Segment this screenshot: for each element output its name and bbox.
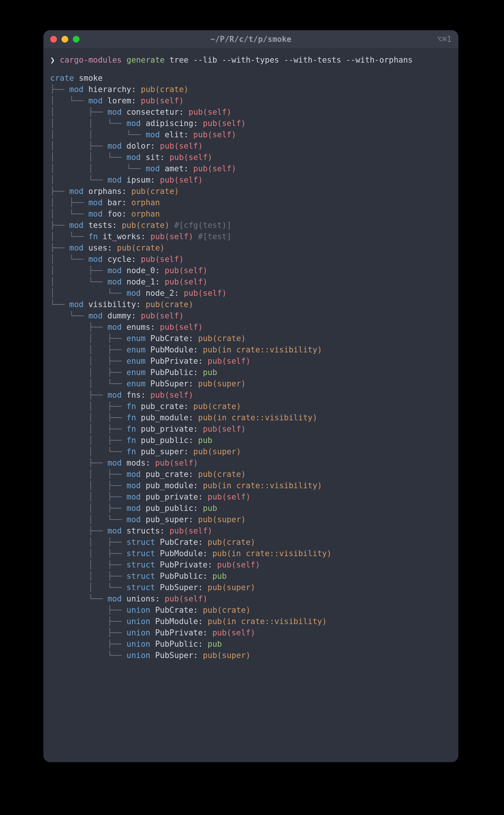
item-name: PubPrivate [151,357,198,366]
command-args: tree --lib --with-types --with-tests --w… [169,55,413,65]
zoom-icon[interactable] [73,36,80,43]
tree-connector: │ └── [50,277,108,286]
tree-row: ├── mod enums: pub(self) [50,321,452,333]
item-visibility: orphan [131,198,160,207]
item-name: pub_module [146,481,193,490]
minimize-icon[interactable] [61,36,68,43]
item-keyword: struct [126,572,155,581]
item-attribute: #[cfg(test)] [174,221,232,230]
command-subcmd: generate [126,55,164,65]
tree-row: │ └── mod cycle: pub(self) [50,254,452,265]
tree-connector: │ └── [50,209,88,218]
item-name: pub_crate [146,470,189,479]
tree-row: │ └── mod pub_super: pub(super) [50,514,452,525]
colon: : [122,187,131,196]
item-name: mods [126,458,146,467]
tree-connector: │ └── [50,96,88,105]
item-visibility: pub(crate) [146,300,193,309]
item-name: PubPublic [160,572,203,581]
item-name: tests [88,221,112,230]
tree-connector: │ ├── [50,334,126,343]
item-visibility: pub(self) [151,232,194,241]
item-visibility: pub [207,640,222,649]
item-name: foo [108,209,122,218]
tree-output: ├── mod hierarchy: pub(crate)│ └── mod l… [50,84,452,661]
item-keyword: union [126,617,150,626]
item-visibility: pub(self) [160,141,203,151]
tree-connector: ├── [50,617,126,626]
item-name: it_works [103,232,141,241]
tree-connector: │ │ └── [50,119,126,128]
tree-row: │ │ └── mod amet: pub(self) [50,163,452,174]
tree-connector: │ ├── [50,560,126,569]
item-name: PubPublic [155,640,198,649]
item-visibility: pub(crate) [117,243,164,252]
item-name: structs [126,526,160,535]
tree-row: │ │ └── mod adipiscing: pub(self) [50,118,452,129]
item-keyword: mod [108,526,122,535]
tree-connector: │ ├── [50,492,126,501]
colon: : [155,266,164,275]
tree-connector: ├── [50,221,69,230]
item-keyword: struct [126,583,155,592]
colon: : [184,164,193,173]
item-visibility: pub(self) [160,175,203,185]
item-name: PubSuper [160,583,198,592]
tree-row: └── union PubSuper: pub(super) [50,650,452,661]
colon: : [122,198,131,207]
tree-row: └── mod dummy: pub(self) [50,310,452,321]
tree-connector: │ │ └── [50,164,146,173]
item-visibility: orphan [131,209,160,218]
tree-connector: ├── [50,85,69,94]
window-shortcut: ⌥⌘1 [437,35,452,44]
colon: : [189,470,198,479]
item-keyword: mod [108,141,122,151]
item-name: PubSuper [155,651,193,660]
colon: : [179,108,188,117]
colon: : [198,583,207,592]
colon: : [189,436,198,445]
item-keyword: mod [126,470,141,479]
colon: : [151,323,160,332]
item-visibility: pub(self) [184,289,227,298]
item-keyword: fn [126,424,136,434]
item-visibility: pub(crate) [193,402,241,411]
item-visibility: pub(self) [207,357,250,366]
item-visibility: pub(in crate::visibility) [198,413,317,422]
colon: : [189,379,198,388]
item-visibility: pub(in crate::visibility) [212,549,332,558]
item-name: PubModule [155,617,198,626]
item-keyword: enum [126,334,146,343]
tree-row: │ └── fn it_works: pub(self) #[test] [50,231,452,242]
item-keyword: fn [126,402,136,411]
item-keyword: union [126,640,150,649]
colon: : [193,651,203,660]
tree-row: │ └── mod lorem: pub(self) [50,95,452,106]
tree-row: │ ├── mod consectetur: pub(self) [50,106,452,118]
item-name: amet [164,164,184,173]
traffic-lights [50,36,80,43]
colon: : [198,538,207,547]
item-visibility: pub(self) [212,628,255,637]
tree-connector: │ │ └── [50,130,146,139]
tree-row: ├── union PubPrivate: pub(self) [50,627,452,638]
colon: : [131,255,141,264]
terminal-body[interactable]: ❯ cargo-modules generate tree --lib --wi… [43,48,458,672]
item-keyword: enum [126,357,146,366]
item-keyword: mod [108,458,122,467]
tree-connector: │ └── [50,583,126,592]
item-keyword: mod [108,277,122,286]
item-name: PubCrate [151,334,189,343]
tree-connector: │ └── [50,289,126,298]
tree-connector: ├── [50,243,69,252]
item-visibility: pub(self) [141,311,184,320]
tree-connector: ├── [50,628,126,637]
colon: : [160,526,169,535]
item-keyword: mod [69,243,84,252]
tree-connector: ├── [50,187,69,196]
item-keyword: mod [146,130,160,139]
item-keyword: union [126,606,150,615]
colon: : [193,606,203,615]
tree-row: │ ├── mod dolor: pub(self) [50,140,452,152]
close-icon[interactable] [50,36,57,43]
